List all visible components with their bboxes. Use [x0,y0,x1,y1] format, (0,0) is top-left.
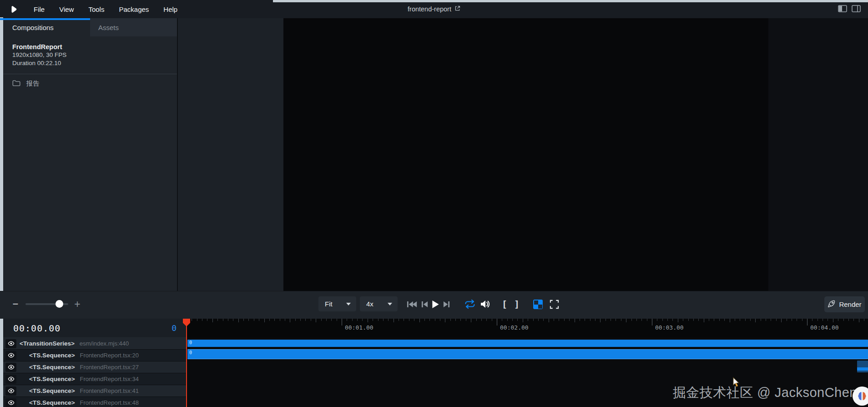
track-tag: <TS.Sequence> [29,352,75,359]
current-timecode: 00:00.00 [13,323,61,334]
menu-item-packages[interactable]: Packages [113,3,154,16]
track-source[interactable]: FrontendReport.tsx:20 [80,352,139,359]
timeline-zoom-slider[interactable] [25,300,68,309]
preview-canvas[interactable] [283,18,768,291]
folder-label: 报告 [26,80,39,88]
track-tag: <TS.Sequence> [29,399,75,406]
sidebar-tabs: Compositions Assets [3,18,177,36]
track-row[interactable]: <TS.Sequence> FrontendReport.tsx:20 [3,350,187,361]
in-point-button[interactable]: [ [501,299,508,310]
assistant-badge-icon[interactable] [853,387,868,406]
composition-format: 1920x1080, 30 FPS [12,51,177,59]
track-tag: <TS.Sequence> [29,387,75,394]
playback-speed-select[interactable]: 4x [360,296,398,311]
visibility-eye-icon[interactable] [5,398,16,407]
track-tag: <TransitionSeries> [20,340,75,347]
preview-background-right [768,18,868,291]
sequence-start-frame: 0 [189,350,192,355]
title-text: frontend-report [408,5,451,13]
timeline-zoom-out-button[interactable]: − [10,298,21,310]
tab-compositions[interactable]: Compositions [3,18,90,36]
track-row[interactable]: <TS.Sequence> FrontendReport.tsx:27 [3,361,187,373]
track-source[interactable]: FrontendReport.tsx:34 [80,376,139,382]
track-source[interactable]: FrontendReport.tsx:27 [80,364,139,371]
current-frame-number: 0 [172,323,177,333]
track-row[interactable]: <TS.Sequence> FrontendReport.tsx:48 [3,397,187,407]
visibility-eye-icon[interactable] [5,339,16,348]
rocket-icon [828,300,835,309]
compositions-panel: FrontendReport 1920x1080, 30 FPS Duratio… [3,36,177,291]
external-link-icon[interactable] [454,5,460,13]
sequence-bar-ts-sequence-1[interactable]: 0 [187,349,868,359]
track-source[interactable]: esm/index.mjs:440 [80,340,129,347]
timeline-header: 00:00.00 0 [3,319,187,338]
window-left-edge [0,17,3,407]
composition-title: frontend-report [408,0,460,18]
mouse-cursor-icon [732,377,740,390]
sequence-start-frame: 0 [189,340,192,345]
timeline-ruler[interactable]: 00:01.00 00:02.00 00:03.00 00:04.00 [187,319,868,338]
toggle-left-panel-icon[interactable] [838,5,847,14]
track-source[interactable]: FrontendReport.tsx:41 [80,387,139,394]
track-row[interactable]: <TS.Sequence> FrontendReport.tsx:41 [3,385,187,397]
timeline-zoom-in-button[interactable]: + [72,298,83,310]
watermark-text: 掘金技术社区 @ JacksonChen [673,384,857,402]
visibility-eye-icon[interactable] [5,375,16,384]
visibility-eye-icon[interactable] [5,387,16,396]
menu-item-help[interactable]: Help [158,3,183,16]
composition-name: FrontendReport [12,43,177,51]
render-button[interactable]: Render [824,296,865,312]
track-tag: <TS.Sequence> [29,364,75,371]
ruler-label-4s: 00:04.00 [810,324,839,331]
menu-item-file[interactable]: File [28,3,50,16]
ruler-label-1s: 00:01.00 [345,324,373,331]
previous-frame-button[interactable] [420,299,429,310]
playhead-line[interactable] [186,319,187,407]
next-frame-button[interactable] [442,299,450,310]
chevron-down-icon [346,303,351,305]
visibility-eye-icon[interactable] [5,351,16,360]
chevron-down-icon [388,303,392,305]
remotion-studio-window: File View Tools Packages Help frontend-r… [0,0,868,407]
menu-items: File View Tools Packages Help [28,3,183,16]
track-tag: <TS.Sequence> [29,376,75,382]
out-point-button[interactable]: ] [514,299,520,310]
ruler-label-2s: 00:02.00 [500,324,529,331]
timeline-track-list: <TransitionSeries> esm/index.mjs:440 <TS… [3,338,187,407]
composition-duration: Duration 00:22.10 [12,59,177,67]
track-source[interactable]: FrontendReport.tsx:48 [80,399,139,406]
play-button[interactable] [430,299,440,310]
composition-folder-item[interactable]: 报告 [3,74,177,92]
fullscreen-icon[interactable] [549,299,560,310]
window-top-edge [273,0,868,2]
preview-background-left [177,18,283,291]
sequence-bar-transition-series[interactable]: 0 [187,340,868,347]
folder-icon [12,80,20,88]
track-row[interactable]: <TS.Sequence> FrontendReport.tsx:34 [3,373,187,385]
loop-toggle-icon[interactable] [464,299,476,310]
volume-icon[interactable] [479,299,490,310]
toggle-right-panel-icon[interactable] [852,5,861,14]
active-tab-indicator [0,18,90,20]
transparency-toggle-icon[interactable] [533,300,543,309]
remotion-logo-icon[interactable] [9,5,18,14]
render-button-label: Render [839,300,861,308]
composition-info[interactable]: FrontendReport 1920x1080, 30 FPS Duratio… [3,36,177,67]
sequence-bar-ts-sequence-2[interactable] [857,361,868,372]
canvas-size-value: Fit [325,300,333,308]
zoom-slider-thumb[interactable] [56,300,63,308]
panel-toggles [838,0,861,18]
menu-item-view[interactable]: View [54,3,79,16]
canvas-size-select[interactable]: Fit [318,296,356,311]
tab-assets[interactable]: Assets [90,18,177,36]
menu-item-tools[interactable]: Tools [83,3,110,16]
ruler-label-3s: 00:03.00 [655,324,684,331]
visibility-eye-icon[interactable] [5,363,16,372]
track-row[interactable]: <TransitionSeries> esm/index.mjs:440 [3,338,187,350]
sequence-bar-highlight [857,367,868,371]
jump-to-start-button[interactable] [406,299,418,310]
playback-speed-value: 4x [366,300,373,308]
menu-bar: File View Tools Packages Help frontend-r… [0,0,868,18]
